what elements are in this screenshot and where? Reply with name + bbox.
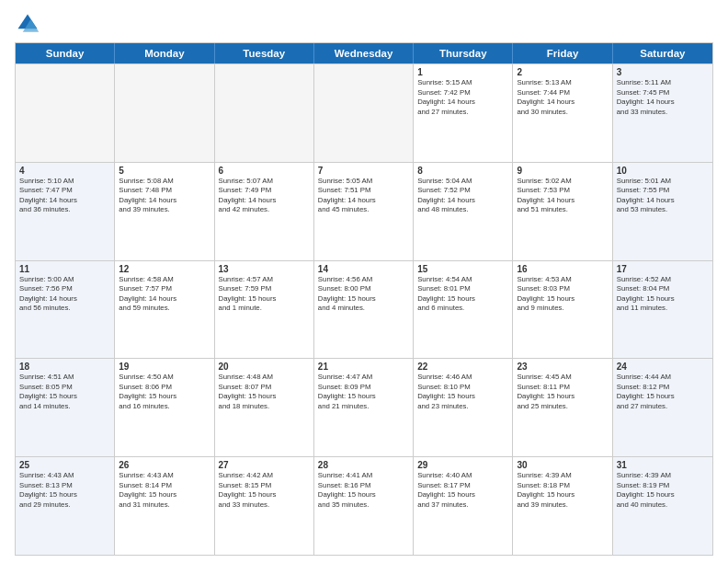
logo-icon <box>15 11 40 37</box>
day-info: Sunrise: 4:53 AM Sunset: 8:03 PM Dayligh… <box>517 275 608 314</box>
cal-cell-day-25: 25Sunrise: 4:43 AM Sunset: 8:13 PM Dayli… <box>16 457 115 555</box>
cal-week-4: 18Sunrise: 4:51 AM Sunset: 8:05 PM Dayli… <box>16 358 712 456</box>
day-info: Sunrise: 4:57 AM Sunset: 7:59 PM Dayligh… <box>219 275 310 314</box>
day-info: Sunrise: 4:52 AM Sunset: 8:04 PM Dayligh… <box>617 275 709 314</box>
cal-cell-day-12: 12Sunrise: 4:58 AM Sunset: 7:57 PM Dayli… <box>115 261 214 359</box>
day-number: 3 <box>617 67 709 77</box>
day-info: Sunrise: 4:39 AM Sunset: 8:18 PM Dayligh… <box>517 471 608 510</box>
day-number: 17 <box>617 264 709 274</box>
day-number: 6 <box>219 166 310 176</box>
cal-cell-day-31: 31Sunrise: 4:39 AM Sunset: 8:19 PM Dayli… <box>613 457 712 555</box>
cal-cell-day-9: 9Sunrise: 5:02 AM Sunset: 7:53 PM Daylig… <box>513 163 612 260</box>
day-info: Sunrise: 4:42 AM Sunset: 8:15 PM Dayligh… <box>219 471 310 510</box>
cal-cell-day-29: 29Sunrise: 4:40 AM Sunset: 8:17 PM Dayli… <box>414 457 513 555</box>
cal-cell-day-16: 16Sunrise: 4:53 AM Sunset: 8:03 PM Dayli… <box>513 261 612 359</box>
cal-cell-day-15: 15Sunrise: 4:54 AM Sunset: 8:01 PM Dayli… <box>414 261 513 359</box>
day-info: Sunrise: 5:02 AM Sunset: 7:53 PM Dayligh… <box>517 177 608 215</box>
day-number: 2 <box>517 67 608 77</box>
day-info: Sunrise: 5:08 AM Sunset: 7:48 PM Dayligh… <box>119 177 210 215</box>
cal-week-3: 11Sunrise: 5:00 AM Sunset: 7:56 PM Dayli… <box>16 260 712 359</box>
day-number: 18 <box>19 362 110 372</box>
day-number: 26 <box>119 460 210 470</box>
day-number: 5 <box>119 166 210 176</box>
cal-cell-day-17: 17Sunrise: 4:52 AM Sunset: 8:04 PM Dayli… <box>613 261 712 359</box>
day-number: 4 <box>19 166 110 176</box>
cal-cell-day-26: 26Sunrise: 4:43 AM Sunset: 8:14 PM Dayli… <box>115 457 214 555</box>
day-number: 21 <box>318 362 409 372</box>
day-number: 9 <box>517 166 608 176</box>
cal-cell-day-14: 14Sunrise: 4:56 AM Sunset: 8:00 PM Dayli… <box>314 261 414 359</box>
day-info: Sunrise: 5:05 AM Sunset: 7:51 PM Dayligh… <box>318 177 409 215</box>
day-number: 12 <box>119 264 210 274</box>
cal-cell-day-21: 21Sunrise: 4:47 AM Sunset: 8:09 PM Dayli… <box>314 359 414 456</box>
day-number: 1 <box>417 67 508 77</box>
page: SundayMondayTuesdayWednesdayThursdayFrid… <box>0 0 728 563</box>
cal-cell-day-28: 28Sunrise: 4:41 AM Sunset: 8:16 PM Dayli… <box>314 457 414 555</box>
day-number: 10 <box>617 166 709 176</box>
calendar-header-row: SundayMondayTuesdayWednesdayThursdayFrid… <box>16 43 712 63</box>
day-info: Sunrise: 4:56 AM Sunset: 8:00 PM Dayligh… <box>318 275 409 314</box>
cal-cell-empty <box>314 64 414 162</box>
day-info: Sunrise: 4:43 AM Sunset: 8:14 PM Dayligh… <box>119 471 210 510</box>
cal-cell-empty <box>16 64 115 162</box>
day-number: 25 <box>19 460 110 470</box>
day-number: 31 <box>617 460 709 470</box>
day-info: Sunrise: 4:51 AM Sunset: 8:05 PM Dayligh… <box>19 373 110 411</box>
cal-cell-day-8: 8Sunrise: 5:04 AM Sunset: 7:52 PM Daylig… <box>414 163 513 260</box>
day-info: Sunrise: 4:40 AM Sunset: 8:17 PM Dayligh… <box>417 471 508 510</box>
cal-cell-day-19: 19Sunrise: 4:50 AM Sunset: 8:06 PM Dayli… <box>115 359 214 456</box>
cal-cell-day-22: 22Sunrise: 4:46 AM Sunset: 8:10 PM Dayli… <box>414 359 513 456</box>
day-info: Sunrise: 4:50 AM Sunset: 8:06 PM Dayligh… <box>119 373 210 411</box>
day-info: Sunrise: 5:07 AM Sunset: 7:49 PM Dayligh… <box>219 177 310 215</box>
day-info: Sunrise: 5:10 AM Sunset: 7:47 PM Dayligh… <box>19 177 110 215</box>
cal-header-sunday: Sunday <box>16 43 115 63</box>
day-number: 29 <box>417 460 508 470</box>
cal-cell-day-27: 27Sunrise: 4:42 AM Sunset: 8:15 PM Dayli… <box>215 457 314 555</box>
day-info: Sunrise: 4:43 AM Sunset: 8:13 PM Dayligh… <box>19 471 110 510</box>
cal-cell-day-18: 18Sunrise: 4:51 AM Sunset: 8:05 PM Dayli… <box>16 359 115 456</box>
calendar: SundayMondayTuesdayWednesdayThursdayFrid… <box>15 42 713 556</box>
cal-week-1: 1Sunrise: 5:15 AM Sunset: 7:42 PM Daylig… <box>16 63 712 162</box>
cal-cell-day-10: 10Sunrise: 5:01 AM Sunset: 7:55 PM Dayli… <box>613 163 712 260</box>
cal-header-thursday: Thursday <box>414 43 513 63</box>
cal-cell-day-11: 11Sunrise: 5:00 AM Sunset: 7:56 PM Dayli… <box>16 261 115 359</box>
day-info: Sunrise: 4:48 AM Sunset: 8:07 PM Dayligh… <box>219 373 310 411</box>
day-number: 16 <box>517 264 608 274</box>
day-number: 30 <box>517 460 608 470</box>
cal-header-saturday: Saturday <box>613 43 712 63</box>
day-info: Sunrise: 4:46 AM Sunset: 8:10 PM Dayligh… <box>417 373 508 411</box>
cal-cell-day-7: 7Sunrise: 5:05 AM Sunset: 7:51 PM Daylig… <box>314 163 414 260</box>
day-number: 19 <box>119 362 210 372</box>
day-info: Sunrise: 4:45 AM Sunset: 8:11 PM Dayligh… <box>517 373 608 411</box>
day-info: Sunrise: 4:47 AM Sunset: 8:09 PM Dayligh… <box>318 373 409 411</box>
day-number: 15 <box>417 264 508 274</box>
day-info: Sunrise: 5:04 AM Sunset: 7:52 PM Dayligh… <box>417 177 508 215</box>
cal-header-wednesday: Wednesday <box>314 43 414 63</box>
cal-cell-day-23: 23Sunrise: 4:45 AM Sunset: 8:11 PM Dayli… <box>513 359 612 456</box>
day-number: 11 <box>19 264 110 274</box>
day-info: Sunrise: 4:58 AM Sunset: 7:57 PM Dayligh… <box>119 275 210 314</box>
cal-header-friday: Friday <box>513 43 612 63</box>
cal-cell-day-2: 2Sunrise: 5:13 AM Sunset: 7:44 PM Daylig… <box>513 64 612 162</box>
day-info: Sunrise: 4:54 AM Sunset: 8:01 PM Dayligh… <box>417 275 508 314</box>
cal-cell-day-4: 4Sunrise: 5:10 AM Sunset: 7:47 PM Daylig… <box>16 163 115 260</box>
cal-header-monday: Monday <box>115 43 214 63</box>
cal-cell-day-3: 3Sunrise: 5:11 AM Sunset: 7:45 PM Daylig… <box>613 64 712 162</box>
header <box>15 11 713 37</box>
day-number: 14 <box>318 264 409 274</box>
logo <box>15 11 44 37</box>
cal-cell-day-20: 20Sunrise: 4:48 AM Sunset: 8:07 PM Dayli… <box>215 359 314 456</box>
cal-cell-day-5: 5Sunrise: 5:08 AM Sunset: 7:48 PM Daylig… <box>115 163 214 260</box>
cal-week-5: 25Sunrise: 4:43 AM Sunset: 8:13 PM Dayli… <box>16 456 712 555</box>
cal-header-tuesday: Tuesday <box>215 43 314 63</box>
day-number: 7 <box>318 166 409 176</box>
day-number: 13 <box>219 264 310 274</box>
cal-cell-day-24: 24Sunrise: 4:44 AM Sunset: 8:12 PM Dayli… <box>613 359 712 456</box>
cal-cell-day-13: 13Sunrise: 4:57 AM Sunset: 7:59 PM Dayli… <box>215 261 314 359</box>
day-info: Sunrise: 5:11 AM Sunset: 7:45 PM Dayligh… <box>617 78 709 117</box>
day-info: Sunrise: 4:41 AM Sunset: 8:16 PM Dayligh… <box>318 471 409 510</box>
cal-cell-empty <box>115 64 214 162</box>
day-number: 28 <box>318 460 409 470</box>
day-number: 27 <box>219 460 310 470</box>
day-number: 20 <box>219 362 310 372</box>
